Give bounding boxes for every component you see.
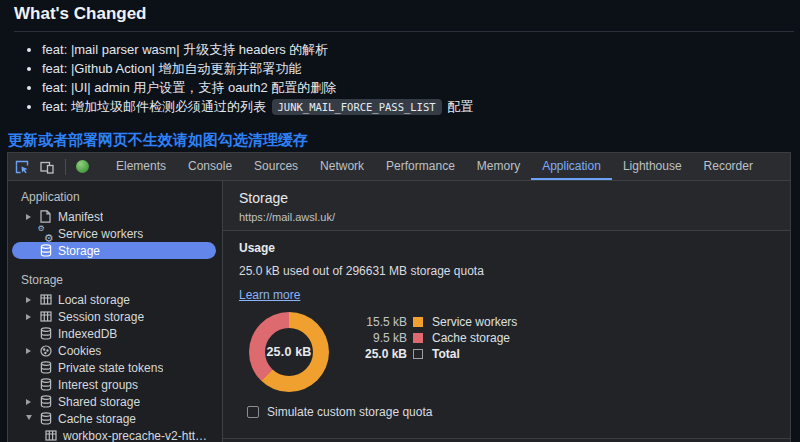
legend-label: Service workers (432, 315, 517, 329)
sidebar-item-local-storage[interactable]: Local storage (12, 291, 216, 308)
sidebar-item-session-storage[interactable]: Session storage (12, 308, 216, 325)
storage-panel-header: Storage https://mail.awsl.uk/ (223, 181, 790, 231)
usage-quota-text: 25.0 kB used out of 296631 MB storage qu… (239, 264, 774, 278)
changelog-text: feat: |UI| admin 用户设置，支持 oauth2 配置的删除 (42, 80, 336, 95)
inspect-element-icon[interactable] (15, 160, 29, 174)
toolbar-divider (65, 159, 66, 175)
devtools-screenshot: Elements Console Sources Network Perform… (7, 152, 791, 442)
tab-console[interactable]: Console (177, 153, 243, 180)
devtools-tabbar: Elements Console Sources Network Perform… (8, 153, 790, 181)
devtools-tabs: Elements Console Sources Network Perform… (105, 153, 764, 180)
storage-panel: Storage https://mail.awsl.uk/ Usage 25.0… (223, 181, 790, 442)
cookie-icon (38, 345, 53, 357)
legend-total-label: Total (432, 347, 460, 361)
simulate-quota-checkbox[interactable] (247, 406, 259, 418)
tab-lighthouse[interactable]: Lighthouse (612, 153, 693, 180)
sidebar-item-manifest[interactable]: Manifest (12, 208, 216, 225)
extension-icon[interactable] (76, 160, 89, 173)
release-notes: What's Changed feat: |mail parser wasm| … (0, 0, 800, 150)
changelog-text: feat: |mail parser wasm| 升级支持 headers 的解… (42, 42, 328, 57)
changelog-text: 配置 (444, 99, 474, 114)
database-icon (38, 361, 53, 374)
chart-legend: 15.5 kB Service workers 9.5 kB Cache sto… (329, 312, 517, 392)
changelog-text: feat: |Github Action| 增加自动更新并部署功能 (42, 61, 302, 76)
table-icon (38, 294, 53, 305)
tab-elements[interactable]: Elements (105, 153, 177, 180)
cache-storage-swatch (413, 333, 423, 343)
legend-value: 9.5 kB (329, 331, 407, 345)
legend-row-total: 25.0 kB Total (329, 346, 517, 362)
changelog-item: feat: |UI| admin 用户设置，支持 oauth2 配置的删除 (42, 78, 794, 97)
origin-url: https://mail.awsl.uk/ (239, 211, 774, 223)
panel-title: Storage (239, 190, 774, 206)
tab-application[interactable]: Application (531, 153, 612, 180)
database-icon (38, 327, 53, 340)
sidebar-item-workbox-precache[interactable]: workbox-precache-v2-https://mai… (12, 427, 216, 442)
disclosure-triangle-icon[interactable] (24, 297, 33, 303)
disclosure-triangle-icon[interactable] (24, 399, 33, 405)
storage-chart: 25.0 kB 15.5 kB Service workers 9.5 kB C… (239, 312, 774, 392)
legend-value: 15.5 kB (329, 315, 407, 329)
legend-total-value: 25.0 kB (329, 347, 407, 361)
simulate-quota-label: Simulate custom storage quota (267, 405, 432, 419)
tab-sources[interactable]: Sources (243, 153, 309, 180)
sidebar-section-storage: Storage (8, 268, 222, 291)
changelog-item: feat: |mail parser wasm| 升级支持 headers 的解… (42, 40, 794, 59)
usage-heading: Usage (239, 241, 774, 255)
device-toolbar-icon[interactable] (40, 160, 54, 174)
disclosure-triangle-icon[interactable] (24, 214, 33, 220)
manifest-document-icon (38, 210, 53, 223)
service-workers-gears-icon: ⚙⚙ (38, 227, 53, 241)
page-title: What's Changed (14, 4, 794, 32)
section-divider (223, 438, 790, 439)
sidebar-item-shared-storage[interactable]: Shared storage (12, 393, 216, 410)
table-icon (38, 311, 53, 322)
changelog-text: feat: 增加垃圾邮件检测必须通过的列表 (42, 99, 270, 114)
database-icon (38, 395, 53, 408)
sidebar-item-cache-storage[interactable]: Cache storage (12, 410, 216, 427)
disclosure-triangle-icon[interactable] (24, 348, 33, 354)
code-chip: JUNK_MAIL_FORCE_PASS_LIST (272, 99, 442, 115)
database-icon (38, 244, 53, 257)
sidebar-item-cookies[interactable]: Cookies (12, 342, 216, 359)
changelog-item: feat: |Github Action| 增加自动更新并部署功能 (42, 59, 794, 78)
tab-network[interactable]: Network (309, 153, 375, 180)
disclosure-triangle-expanded-icon[interactable] (24, 415, 33, 423)
sidebar-section-application: Application (8, 185, 222, 208)
legend-row-service-workers: 15.5 kB Service workers (329, 314, 517, 330)
tab-performance[interactable]: Performance (375, 153, 466, 180)
sidebar-item-indexeddb[interactable]: IndexedDB (12, 325, 216, 342)
simulate-quota-row: Simulate custom storage quota (247, 405, 774, 419)
tab-memory[interactable]: Memory (466, 153, 531, 180)
database-icon (38, 412, 53, 425)
changelog-list: feat: |mail parser wasm| 升级支持 headers 的解… (14, 40, 794, 117)
changelog-item: feat: 增加垃圾邮件检测必须通过的列表 JUNK_MAIL_FORCE_PA… (42, 97, 794, 117)
database-icon (38, 378, 53, 391)
service-workers-swatch (413, 317, 423, 327)
cache-clear-notice: 更新或者部署网页不生效请如图勾选清理缓存 (8, 131, 794, 150)
sidebar-item-private-state-tokens[interactable]: Private state tokens (12, 359, 216, 376)
sidebar-item-storage[interactable]: Storage (12, 242, 216, 259)
legend-label: Cache storage (432, 331, 510, 345)
usage-section: Usage 25.0 kB used out of 296631 MB stor… (223, 231, 790, 419)
devtools-body: Application Manifest ⚙⚙ Service workers … (8, 181, 790, 442)
learn-more-link[interactable]: Learn more (239, 288, 300, 302)
tab-recorder[interactable]: Recorder (693, 153, 764, 180)
sidebar-item-interest-groups[interactable]: Interest groups (12, 376, 216, 393)
disclosure-triangle-icon[interactable] (24, 314, 33, 320)
total-swatch (413, 349, 423, 359)
sidebar-item-service-workers[interactable]: ⚙⚙ Service workers (12, 225, 216, 242)
table-icon (43, 430, 58, 441)
storage-donut: 25.0 kB (249, 312, 329, 392)
donut-center-label: 25.0 kB (265, 328, 313, 376)
application-sidebar: Application Manifest ⚙⚙ Service workers … (8, 181, 223, 442)
legend-row-cache-storage: 9.5 kB Cache storage (329, 330, 517, 346)
